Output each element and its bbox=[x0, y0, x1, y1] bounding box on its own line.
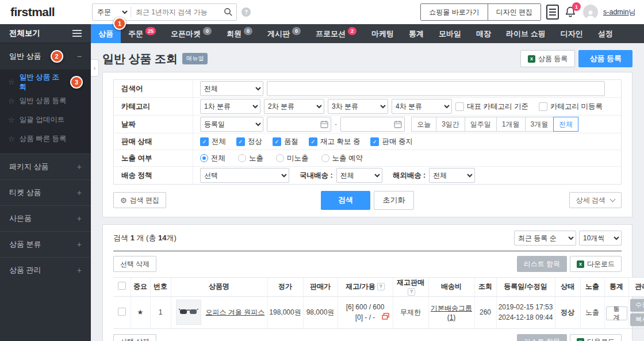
download-button[interactable]: x 다운로드 bbox=[570, 256, 622, 272]
quick-all-button[interactable]: 전체 bbox=[553, 117, 578, 132]
page-size-select[interactable]: 10개씩 bbox=[579, 231, 622, 246]
nav-tab-live-shopping[interactable]: 라이브 쇼핑 bbox=[499, 24, 553, 43]
list-columns-button[interactable]: 리스트 항목 bbox=[517, 256, 567, 272]
username[interactable]: s-admin님 bbox=[603, 7, 636, 17]
quick-week-button[interactable]: 일주일 bbox=[465, 117, 497, 132]
detail-search-button[interactable]: 상세 검색 bbox=[569, 192, 622, 208]
stats-button[interactable]: 통계 bbox=[606, 306, 627, 320]
display-hidden-radio[interactable]: 미노출 bbox=[276, 154, 309, 163]
calendar-icon[interactable] bbox=[320, 120, 328, 128]
sort-select[interactable]: 최근 등록 순 bbox=[514, 231, 576, 246]
row-checkbox[interactable] bbox=[118, 308, 126, 316]
download-button[interactable]: x 다운로드 bbox=[570, 334, 622, 341]
sidebar-section-ticket[interactable]: 티켓 상품+ bbox=[0, 179, 91, 205]
shipping-policy-select[interactable]: 선택 bbox=[200, 168, 289, 183]
expand-plus-icon[interactable]: + bbox=[77, 266, 82, 275]
main-category-checkbox[interactable]: 대표 카테고리 기준 bbox=[455, 102, 528, 112]
excel-register-button[interactable]: x 상품 등록 bbox=[520, 50, 575, 67]
manual-badge[interactable]: 매뉴얼 bbox=[182, 53, 208, 64]
expand-plus-icon[interactable]: + bbox=[77, 188, 82, 197]
display-shown-radio[interactable]: 노출 bbox=[238, 154, 263, 163]
hamburger-icon[interactable] bbox=[72, 30, 82, 37]
user-avatar[interactable] bbox=[583, 5, 598, 20]
no-category-checkbox[interactable]: 카테고리 미등록 bbox=[539, 102, 603, 112]
sidebar-overview[interactable]: 전체보기 bbox=[0, 24, 91, 43]
register-goods-button[interactable]: 상품 등록 bbox=[578, 50, 632, 67]
date-type-select[interactable]: 등록일 bbox=[200, 117, 263, 132]
stock-popup-icon[interactable] bbox=[382, 312, 389, 323]
nav-tab-mobile[interactable]: 모바일 bbox=[431, 24, 469, 43]
notification-bell[interactable]: 1 bbox=[564, 5, 578, 20]
quick-3days-button[interactable]: 3일간 bbox=[436, 117, 465, 132]
sidebar-section-package[interactable]: 패키지 상품+ bbox=[0, 154, 91, 179]
nav-tab-members[interactable]: 회원 0 bbox=[219, 24, 260, 43]
sale-status-all-checkbox[interactable]: ✓전체 bbox=[200, 137, 226, 147]
display-all-radio[interactable]: 전체 bbox=[200, 154, 225, 163]
search-edit-button[interactable]: ⚙ 검색 편집 bbox=[113, 192, 166, 208]
important-star-icon[interactable]: ★ bbox=[131, 296, 150, 328]
design-edit-button[interactable]: 디자인 편집 bbox=[488, 4, 540, 20]
sidebar-section-manage[interactable]: 상품 관리+ bbox=[0, 257, 91, 283]
sidebar-collapse-handle[interactable]: ‹ bbox=[91, 59, 99, 76]
sidebar-item-goods-search[interactable]: ☆ 일반 상품 조회 3 bbox=[0, 72, 91, 91]
quick-1month-button[interactable]: 1개월 bbox=[496, 117, 526, 132]
delete-selected-button[interactable]: 선택 삭제 bbox=[113, 256, 156, 272]
category-level1-select[interactable]: 1차 분류 bbox=[200, 99, 260, 114]
nav-tab-board[interactable]: 게시판 0 bbox=[260, 24, 308, 43]
sale-status-stopped-checkbox[interactable]: ✓판매 중지 bbox=[370, 137, 412, 147]
nav-tab-promotion[interactable]: 프로모션 2 bbox=[308, 24, 364, 43]
nav-tab-store[interactable]: 매장 bbox=[469, 24, 499, 43]
stock-help-icon[interactable]: ? bbox=[377, 283, 385, 290]
shipping-group-link[interactable]: 기본배송그룹(1) bbox=[431, 304, 472, 321]
sidebar-item-quick-register[interactable]: ☆ 상품 빠른 등록 bbox=[0, 129, 91, 148]
nav-tab-design[interactable]: 디자인 bbox=[553, 24, 591, 43]
delete-selected-button[interactable]: 선택 삭제 bbox=[113, 334, 156, 341]
search-help-icon[interactable]: ? bbox=[241, 7, 251, 17]
goto-shop-button[interactable]: 쇼핑몰 바로가기 bbox=[421, 4, 487, 20]
sale-status-restock-checkbox[interactable]: ✓재고 확보 중 bbox=[309, 137, 360, 147]
search-button[interactable]: 검색 bbox=[321, 191, 370, 210]
display-scheduled-radio[interactable]: 노출 예약 bbox=[321, 154, 363, 163]
keyword-input[interactable] bbox=[267, 81, 605, 96]
favorite-star-icon[interactable]: ☆ bbox=[8, 78, 15, 86]
select-all-checkbox[interactable] bbox=[118, 282, 126, 290]
favorite-star-icon[interactable]: ☆ bbox=[8, 97, 15, 105]
sidebar-item-bulk-update[interactable]: ☆ 일괄 업데이트 bbox=[0, 110, 91, 129]
sidebar-group-general-goods[interactable]: 일반 상품 2 − bbox=[0, 43, 91, 70]
sidebar-section-category[interactable]: 상품 분류+ bbox=[0, 231, 91, 257]
nav-tab-goods[interactable]: 상품 1 bbox=[91, 24, 121, 43]
nav-tab-marketing[interactable]: 마케팅 bbox=[364, 24, 401, 43]
quick-3month-button[interactable]: 3개월 bbox=[525, 117, 554, 132]
reset-button[interactable]: 초기화 bbox=[374, 191, 414, 210]
expand-plus-icon[interactable]: + bbox=[77, 214, 82, 223]
nav-tab-statistics[interactable]: 통계 bbox=[401, 24, 431, 43]
favorite-star-icon[interactable]: ☆ bbox=[8, 116, 15, 124]
collapse-minus-icon[interactable]: − bbox=[77, 52, 82, 61]
keyword-scope-select[interactable]: 전체 bbox=[200, 81, 263, 96]
calendar-icon[interactable] bbox=[394, 120, 402, 128]
edit-button[interactable]: 수정 bbox=[630, 299, 644, 312]
expand-plus-icon[interactable]: + bbox=[77, 240, 82, 249]
quick-today-button[interactable]: 오늘 bbox=[411, 117, 436, 132]
copy-button[interactable]: 복사 bbox=[630, 313, 644, 326]
nav-tab-settings[interactable]: 설정 bbox=[591, 24, 620, 43]
sidebar-item-goods-register[interactable]: ☆ 일반 상품 등록 bbox=[0, 91, 91, 110]
global-search-scope-select[interactable]: 주문 bbox=[95, 5, 129, 20]
nav-tab-orders[interactable]: 주문 25 bbox=[121, 24, 163, 43]
global-search-input[interactable] bbox=[132, 8, 220, 16]
category-level2-select[interactable]: 2차 분류 bbox=[264, 99, 324, 114]
product-name-link[interactable]: 오피스 겨울 원피스 bbox=[206, 308, 265, 317]
product-thumbnail[interactable] bbox=[176, 300, 201, 325]
overseas-shipping-select[interactable]: 전체 bbox=[429, 168, 475, 183]
expand-plus-icon[interactable]: + bbox=[77, 162, 82, 171]
domestic-shipping-select[interactable]: 전체 bbox=[336, 168, 382, 183]
search-icon[interactable] bbox=[220, 7, 236, 17]
favorite-star-icon[interactable]: ☆ bbox=[8, 135, 15, 143]
sale-status-soldout-checkbox[interactable]: ✓품절 bbox=[273, 137, 298, 147]
category-level3-select[interactable]: 3차 분류 bbox=[328, 99, 388, 114]
list-columns-button[interactable]: 리스트 항목 bbox=[517, 334, 567, 341]
stock-sale-help-icon[interactable]: ? bbox=[408, 288, 415, 296]
category-level4-select[interactable]: 4차 분류 bbox=[392, 99, 452, 114]
sidebar-section-gift[interactable]: 사은품+ bbox=[0, 205, 91, 231]
memo-icon[interactable] bbox=[546, 5, 559, 20]
